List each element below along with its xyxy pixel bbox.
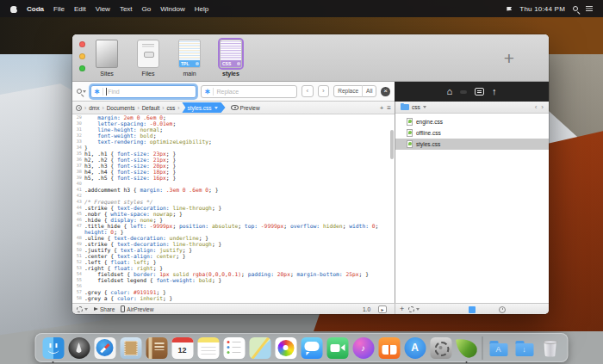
dock-downloads-folder[interactable]: ↓ bbox=[512, 336, 537, 361]
dock-calendar[interactable]: 12 bbox=[170, 336, 195, 361]
replace-controls: Replace All bbox=[333, 85, 376, 97]
close-button[interactable] bbox=[79, 41, 85, 47]
menu-bar-status: Thu 10:44 PM bbox=[507, 5, 603, 13]
menu-item-help[interactable]: Help bbox=[195, 5, 208, 13]
toolbar-item-main[interactable]: TPLmain bbox=[174, 40, 205, 77]
status-divider bbox=[395, 304, 395, 314]
file-item-offline.css[interactable]: offline.css bbox=[395, 127, 549, 139]
menu-item-file[interactable]: File bbox=[53, 5, 65, 13]
code-line: 35h1, .h1 { font-size: 23px; } bbox=[72, 151, 395, 157]
add-tab-button[interactable]: + bbox=[504, 49, 514, 67]
dock-finder[interactable] bbox=[40, 336, 65, 361]
breadcrumb-Documents[interactable]: Documents bbox=[105, 105, 137, 111]
code-line: 51.center { text-align: center; } bbox=[72, 253, 395, 259]
find-next-button[interactable]: › bbox=[318, 85, 330, 97]
preview-play-button[interactable]: ▸ bbox=[378, 305, 387, 313]
dock-notes[interactable] bbox=[196, 336, 221, 361]
replace-input[interactable]: ∗ Replace bbox=[201, 85, 297, 98]
code-text: } bbox=[84, 145, 88, 151]
zoom-button[interactable] bbox=[79, 65, 85, 71]
menu-item-window[interactable]: Window bbox=[160, 5, 184, 13]
code-line: 41.addcomment h3 { margin: .3em 0 .6em 0… bbox=[72, 187, 395, 193]
dock-reminders[interactable] bbox=[221, 336, 246, 361]
code-line: 49.strike { text-decoration: line-throug… bbox=[72, 241, 395, 247]
recent-files-icon[interactable] bbox=[499, 306, 506, 313]
file-item-styles.css[interactable]: styles.css bbox=[395, 139, 549, 150]
file-item-engine.css[interactable]: engine.css bbox=[395, 116, 549, 127]
dock-messages[interactable] bbox=[299, 336, 324, 361]
preview-eye-icon[interactable] bbox=[231, 105, 239, 110]
replace-placeholder: Replace bbox=[216, 89, 239, 95]
menu-clock[interactable]: Thu 10:44 PM bbox=[519, 5, 565, 13]
css-file-icon bbox=[407, 140, 413, 148]
applications-folder-icon: A bbox=[488, 337, 509, 359]
traffic-lights bbox=[79, 41, 86, 77]
tab-list-button[interactable]: ≡ bbox=[387, 104, 391, 112]
folder-back-button[interactable]: ‹ bbox=[535, 103, 538, 111]
publish-icon[interactable]: ↑ bbox=[492, 87, 497, 96]
dock-applications-folder[interactable]: A bbox=[486, 336, 511, 361]
share-button[interactable]: Share bbox=[94, 306, 115, 312]
dock-ibooks[interactable] bbox=[376, 336, 401, 361]
spotlight-search-icon[interactable] bbox=[573, 6, 578, 11]
dock-maps[interactable] bbox=[247, 336, 272, 361]
editor-scrollbar[interactable] bbox=[390, 130, 394, 159]
find-replace-bar: ∗ Find ∗ Replace ‹ › Replace All × bbox=[72, 82, 395, 102]
file-actions-button[interactable] bbox=[408, 306, 420, 312]
new-tab-button[interactable]: + bbox=[380, 104, 384, 112]
toolbar-item-Sites[interactable]: Sites bbox=[91, 40, 122, 77]
line-number: 40 bbox=[72, 181, 84, 187]
input-flag-icon[interactable] bbox=[507, 7, 512, 11]
dock-coda[interactable] bbox=[454, 336, 479, 361]
notification-center-icon[interactable] bbox=[586, 6, 593, 11]
breadcrumb-dmx[interactable]: dmx bbox=[87, 105, 101, 111]
wildcard-icon[interactable]: ∗ bbox=[94, 87, 100, 96]
dock-system-preferences[interactable] bbox=[428, 336, 453, 361]
dock-app-store[interactable]: A bbox=[402, 336, 427, 361]
app-menu-title[interactable]: Coda bbox=[27, 5, 44, 13]
menu-item-view[interactable]: View bbox=[96, 5, 110, 13]
dock-facetime[interactable] bbox=[325, 336, 350, 361]
code-text: h4, .h4 { font-size: 18px; } bbox=[84, 169, 176, 175]
menu-items: FileEditViewTextGoWindowHelp bbox=[53, 5, 208, 13]
local-files-view-icon[interactable] bbox=[469, 306, 476, 313]
documents-tab-selected[interactable] bbox=[460, 90, 467, 94]
dock-contacts[interactable] bbox=[144, 336, 169, 361]
menu-item-edit[interactable]: Edit bbox=[74, 5, 86, 13]
folder-header[interactable]: css ‹ › bbox=[395, 102, 549, 114]
find-input[interactable]: ∗ Find bbox=[90, 85, 196, 98]
active-file-tab[interactable]: styles.css bbox=[182, 102, 225, 113]
preview-label[interactable]: Preview bbox=[240, 105, 260, 111]
replace-button[interactable]: Replace bbox=[334, 86, 362, 96]
menu-item-go[interactable]: Go bbox=[142, 5, 152, 13]
airpreview-button[interactable]: AirPreview bbox=[121, 305, 153, 312]
dock-photos[interactable] bbox=[273, 336, 298, 361]
home-icon[interactable]: ⌂ bbox=[446, 87, 452, 96]
dock-launchpad[interactable] bbox=[66, 336, 91, 361]
replace-all-button[interactable]: All bbox=[363, 86, 376, 96]
site-root-icon[interactable] bbox=[76, 105, 82, 111]
code-line: 47.title_hide { left: -9999px; position:… bbox=[72, 223, 395, 229]
breadcrumb-css[interactable]: css bbox=[165, 105, 177, 111]
line-number: 31 bbox=[72, 126, 84, 133]
dock-trash[interactable] bbox=[538, 336, 563, 361]
new-file-button[interactable]: + bbox=[400, 305, 404, 313]
minimize-button[interactable] bbox=[79, 53, 85, 59]
breadcrumb-Default[interactable]: Default bbox=[140, 105, 162, 111]
toolbar-item-Files[interactable]: Files bbox=[133, 40, 164, 77]
search-options-button[interactable] bbox=[77, 89, 86, 94]
clips-icon[interactable] bbox=[475, 88, 484, 96]
toolbar-item-styles[interactable]: CSSstyles bbox=[215, 40, 246, 77]
menu-item-text[interactable]: Text bbox=[120, 5, 133, 13]
dock-itunes[interactable]: ♪ bbox=[351, 336, 376, 361]
find-previous-button[interactable]: ‹ bbox=[302, 85, 314, 97]
close-find-bar-button[interactable]: × bbox=[381, 87, 390, 96]
line-number: 30 bbox=[72, 120, 84, 126]
dock-mail[interactable] bbox=[118, 336, 143, 361]
dock-safari[interactable] bbox=[92, 336, 117, 361]
apple-menu-icon[interactable] bbox=[10, 4, 18, 13]
code-editor[interactable]: 29 margin: 2em 0 .6em 0;30 letter-spacin… bbox=[72, 114, 395, 303]
wildcard-icon[interactable]: ∗ bbox=[204, 87, 210, 96]
editor-settings-button[interactable] bbox=[77, 306, 88, 312]
folder-forward-button[interactable]: › bbox=[541, 103, 544, 111]
